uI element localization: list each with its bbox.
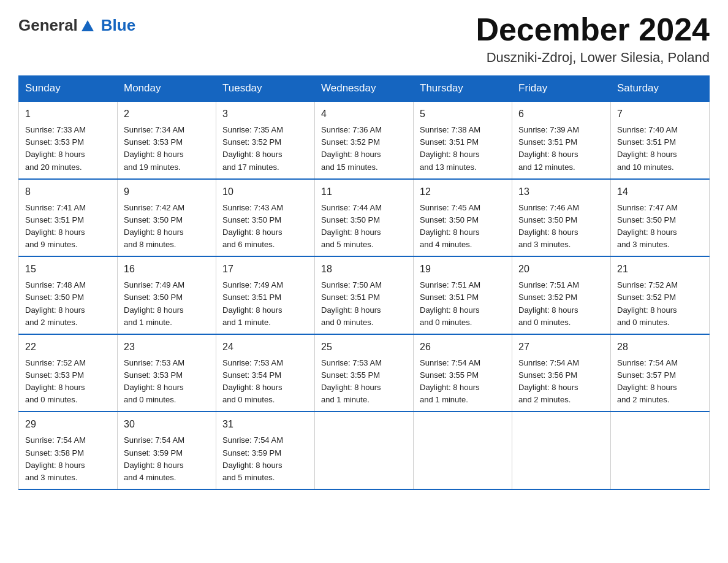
day-number: 22 — [25, 340, 111, 354]
calendar-cell: 10 Sunrise: 7:43 AM Sunset: 3:50 PM Dayl… — [216, 179, 315, 257]
day-info: Sunrise: 7:36 AM Sunset: 3:52 PM Dayligh… — [321, 125, 382, 171]
day-info: Sunrise: 7:52 AM Sunset: 3:53 PM Dayligh… — [25, 358, 86, 404]
col-saturday: Saturday — [611, 76, 710, 102]
month-title: December 2024 — [476, 12, 710, 47]
logo: General Blue — [18, 17, 135, 33]
day-info: Sunrise: 7:34 AM Sunset: 3:53 PM Dayligh… — [124, 125, 184, 171]
calendar-cell: 19 Sunrise: 7:51 AM Sunset: 3:51 PM Dayl… — [414, 256, 512, 334]
day-info: Sunrise: 7:42 AM Sunset: 3:50 PM Dayligh… — [124, 203, 184, 249]
day-info: Sunrise: 7:54 AM Sunset: 3:59 PM Dayligh… — [124, 435, 184, 481]
day-info: Sunrise: 7:46 AM Sunset: 3:50 PM Dayligh… — [518, 203, 579, 249]
calendar-cell: 18 Sunrise: 7:50 AM Sunset: 3:51 PM Dayl… — [315, 256, 414, 334]
calendar-cell: 5 Sunrise: 7:38 AM Sunset: 3:51 PM Dayli… — [414, 101, 512, 179]
day-number: 28 — [617, 340, 703, 354]
day-info: Sunrise: 7:38 AM Sunset: 3:51 PM Dayligh… — [420, 125, 480, 171]
calendar-cell: 21 Sunrise: 7:52 AM Sunset: 3:52 PM Dayl… — [611, 256, 710, 334]
day-info: Sunrise: 7:53 AM Sunset: 3:53 PM Dayligh… — [124, 358, 184, 404]
calendar-cell: 7 Sunrise: 7:40 AM Sunset: 3:51 PM Dayli… — [611, 101, 710, 179]
day-number: 31 — [222, 417, 308, 432]
col-thursday: Thursday — [414, 76, 512, 102]
calendar-cell: 3 Sunrise: 7:35 AM Sunset: 3:52 PM Dayli… — [216, 101, 315, 179]
day-info: Sunrise: 7:49 AM Sunset: 3:51 PM Dayligh… — [222, 280, 283, 326]
day-number: 17 — [222, 262, 308, 277]
week-row-1: 1 Sunrise: 7:33 AM Sunset: 3:53 PM Dayli… — [19, 101, 710, 179]
logo-blue-text: Blue — [101, 17, 135, 33]
day-number: 27 — [518, 340, 604, 354]
day-number: 26 — [420, 340, 506, 354]
calendar-table: Sunday Monday Tuesday Wednesday Thursday… — [18, 75, 710, 490]
week-row-5: 29 Sunrise: 7:54 AM Sunset: 3:58 PM Dayl… — [19, 412, 710, 489]
svg-marker-0 — [82, 20, 94, 31]
day-number: 30 — [124, 417, 210, 432]
calendar-cell: 31 Sunrise: 7:54 AM Sunset: 3:59 PM Dayl… — [216, 412, 315, 489]
day-info: Sunrise: 7:50 AM Sunset: 3:51 PM Dayligh… — [321, 280, 382, 326]
day-info: Sunrise: 7:51 AM Sunset: 3:52 PM Dayligh… — [518, 280, 579, 326]
day-info: Sunrise: 7:47 AM Sunset: 3:50 PM Dayligh… — [617, 203, 678, 249]
day-number: 18 — [321, 262, 407, 277]
day-number: 8 — [25, 185, 111, 199]
logo-triangle-icon — [82, 20, 94, 31]
day-number: 12 — [420, 185, 506, 199]
calendar-cell: 27 Sunrise: 7:54 AM Sunset: 3:56 PM Dayl… — [512, 334, 611, 412]
week-row-2: 8 Sunrise: 7:41 AM Sunset: 3:51 PM Dayli… — [19, 179, 710, 257]
day-number: 10 — [222, 185, 308, 199]
day-info: Sunrise: 7:54 AM Sunset: 3:56 PM Dayligh… — [518, 358, 579, 404]
calendar-cell: 11 Sunrise: 7:44 AM Sunset: 3:50 PM Dayl… — [315, 179, 414, 257]
calendar-cell — [315, 412, 414, 489]
day-number: 19 — [420, 262, 506, 277]
day-info: Sunrise: 7:45 AM Sunset: 3:50 PM Dayligh… — [420, 203, 480, 249]
calendar-cell: 29 Sunrise: 7:54 AM Sunset: 3:58 PM Dayl… — [19, 412, 118, 489]
day-number: 2 — [124, 107, 210, 121]
day-number: 16 — [124, 262, 210, 277]
day-info: Sunrise: 7:33 AM Sunset: 3:53 PM Dayligh… — [25, 125, 86, 171]
day-number: 14 — [617, 185, 703, 199]
day-info: Sunrise: 7:40 AM Sunset: 3:51 PM Dayligh… — [617, 125, 678, 171]
day-info: Sunrise: 7:54 AM Sunset: 3:57 PM Dayligh… — [617, 358, 678, 404]
week-row-3: 15 Sunrise: 7:48 AM Sunset: 3:50 PM Dayl… — [19, 256, 710, 334]
day-info: Sunrise: 7:52 AM Sunset: 3:52 PM Dayligh… — [617, 280, 678, 326]
calendar-cell: 20 Sunrise: 7:51 AM Sunset: 3:52 PM Dayl… — [512, 256, 611, 334]
calendar-cell: 2 Sunrise: 7:34 AM Sunset: 3:53 PM Dayli… — [118, 101, 216, 179]
day-number: 24 — [222, 340, 308, 354]
calendar-cell: 26 Sunrise: 7:54 AM Sunset: 3:55 PM Dayl… — [414, 334, 512, 412]
day-info: Sunrise: 7:48 AM Sunset: 3:50 PM Dayligh… — [25, 280, 86, 326]
col-friday: Friday — [512, 76, 611, 102]
calendar-cell: 9 Sunrise: 7:42 AM Sunset: 3:50 PM Dayli… — [118, 179, 216, 257]
calendar-cell: 17 Sunrise: 7:49 AM Sunset: 3:51 PM Dayl… — [216, 256, 315, 334]
calendar-cell: 8 Sunrise: 7:41 AM Sunset: 3:51 PM Dayli… — [19, 179, 118, 257]
day-number: 1 — [25, 107, 111, 121]
col-tuesday: Tuesday — [216, 76, 315, 102]
calendar-cell: 16 Sunrise: 7:49 AM Sunset: 3:50 PM Dayl… — [118, 256, 216, 334]
day-number: 20 — [518, 262, 604, 277]
calendar-cell: 23 Sunrise: 7:53 AM Sunset: 3:53 PM Dayl… — [118, 334, 216, 412]
calendar-cell: 6 Sunrise: 7:39 AM Sunset: 3:51 PM Dayli… — [512, 101, 611, 179]
calendar-cell: 15 Sunrise: 7:48 AM Sunset: 3:50 PM Dayl… — [19, 256, 118, 334]
day-info: Sunrise: 7:54 AM Sunset: 3:55 PM Dayligh… — [420, 358, 480, 404]
day-number: 9 — [124, 185, 210, 199]
day-number: 11 — [321, 185, 407, 199]
day-info: Sunrise: 7:39 AM Sunset: 3:51 PM Dayligh… — [518, 125, 579, 171]
day-number: 21 — [617, 262, 703, 277]
calendar-cell: 12 Sunrise: 7:45 AM Sunset: 3:50 PM Dayl… — [414, 179, 512, 257]
day-info: Sunrise: 7:43 AM Sunset: 3:50 PM Dayligh… — [222, 203, 283, 249]
calendar-cell: 22 Sunrise: 7:52 AM Sunset: 3:53 PM Dayl… — [19, 334, 118, 412]
col-monday: Monday — [118, 76, 216, 102]
day-number: 23 — [124, 340, 210, 354]
calendar-cell: 30 Sunrise: 7:54 AM Sunset: 3:59 PM Dayl… — [118, 412, 216, 489]
day-info: Sunrise: 7:35 AM Sunset: 3:52 PM Dayligh… — [222, 125, 283, 171]
day-info: Sunrise: 7:41 AM Sunset: 3:51 PM Dayligh… — [25, 203, 86, 249]
day-info: Sunrise: 7:53 AM Sunset: 3:55 PM Dayligh… — [321, 358, 382, 404]
title-area: December 2024 Duszniki-Zdroj, Lower Sile… — [476, 12, 710, 66]
day-number: 6 — [518, 107, 604, 121]
day-info: Sunrise: 7:51 AM Sunset: 3:51 PM Dayligh… — [420, 280, 480, 326]
col-wednesday: Wednesday — [315, 76, 414, 102]
calendar-header-row: Sunday Monday Tuesday Wednesday Thursday… — [19, 76, 710, 102]
day-info: Sunrise: 7:49 AM Sunset: 3:50 PM Dayligh… — [124, 280, 184, 326]
day-number: 5 — [420, 107, 506, 121]
day-number: 25 — [321, 340, 407, 354]
day-number: 4 — [321, 107, 407, 121]
day-info: Sunrise: 7:44 AM Sunset: 3:50 PM Dayligh… — [321, 203, 382, 249]
day-number: 29 — [25, 417, 111, 432]
calendar-cell: 4 Sunrise: 7:36 AM Sunset: 3:52 PM Dayli… — [315, 101, 414, 179]
col-sunday: Sunday — [19, 76, 118, 102]
